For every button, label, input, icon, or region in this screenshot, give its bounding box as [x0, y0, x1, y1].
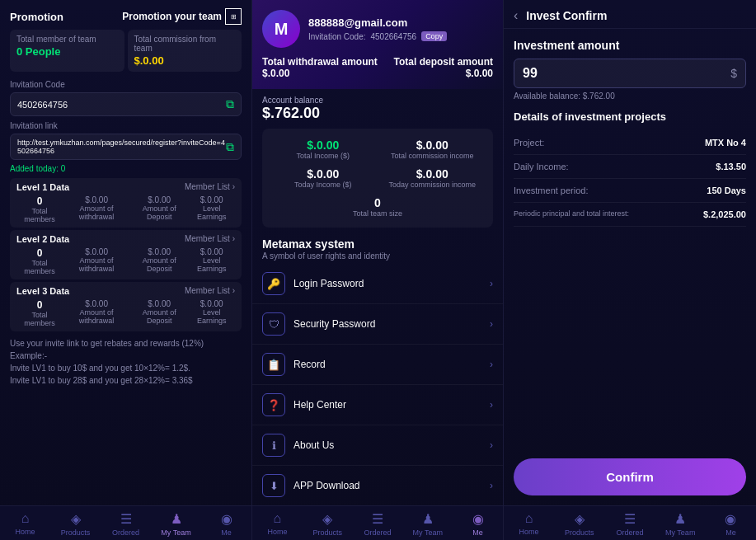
- income-cell-0: $.0.00 Total Income ($): [269, 135, 378, 163]
- income-cell-4: 0 Total team size: [269, 193, 486, 221]
- level-3-title: Level 3 Data: [16, 286, 69, 296]
- home-label-middle: Home: [267, 528, 287, 536]
- products-icon-left: ◈: [71, 511, 81, 527]
- home-icon-left: ⌂: [21, 511, 30, 526]
- nav-home-middle[interactable]: ⌂ Home: [252, 511, 303, 537]
- copy-link-icon[interactable]: ⧉: [226, 140, 234, 154]
- income-label-0: Total Income ($): [272, 152, 374, 160]
- account-balance-section: Account balance $.762.00: [252, 89, 503, 125]
- invitation-link-input: http://test.ymkuzhan.com/pages/secured/r…: [10, 134, 242, 160]
- right-panel: ‹ Invest Confirm Investment amount 99 $ …: [504, 0, 756, 540]
- menu-item-help-center[interactable]: ❓ Help Center ›: [252, 385, 503, 425]
- detail-val-project: MTX No 4: [705, 138, 746, 148]
- menu-label-about-us: About Us: [293, 439, 490, 451]
- myteam-icon-middle: ♟: [422, 511, 434, 527]
- income-cell-3: $.0.00 Today commission income: [378, 164, 487, 192]
- levels-scroll: Level 1 Data Member List › 0 Total membe…: [0, 176, 251, 505]
- amount-input-row[interactable]: 99 $: [514, 59, 746, 88]
- stat-members-label: Total member of team: [16, 35, 118, 44]
- confirm-button[interactable]: Confirm: [514, 458, 746, 495]
- l1-earnings: $.0.00: [188, 195, 235, 204]
- me-icon-left: ◉: [221, 511, 232, 527]
- back-button[interactable]: ‹: [514, 8, 518, 23]
- nav-ordered-right[interactable]: ☰ Ordered: [604, 511, 655, 537]
- added-today: Added today: 0: [0, 162, 251, 176]
- ordered-icon-right: ☰: [624, 511, 636, 527]
- invitation-link-value: http://test.ymkuzhan.com/pages/secured/r…: [17, 139, 226, 155]
- nav-me-left[interactable]: ◉ Me: [201, 511, 251, 537]
- level-3-member-list[interactable]: Member List ›: [185, 286, 235, 296]
- acc-bal-value: $.762.00: [262, 105, 493, 122]
- ordered-icon-middle: ☰: [372, 511, 383, 527]
- income-label-2: Today Income ($): [272, 181, 374, 189]
- menu-label-login-password: Login Password: [293, 278, 490, 289]
- myteam-label-middle: My Team: [413, 528, 443, 537]
- menu-item-record[interactable]: 📋 Record ›: [252, 345, 503, 385]
- level-1-member-list[interactable]: Member List ›: [185, 182, 235, 192]
- nav-ordered-left[interactable]: ☰ Ordered: [101, 511, 151, 537]
- me-label-left: Me: [221, 528, 232, 537]
- detail-key-daily: Daily Income:: [514, 162, 569, 171]
- invite-text-4: Invite LV1 to buy 28$ and you get 28×12%…: [10, 376, 193, 385]
- added-today-value: 0: [61, 164, 66, 173]
- l1-members: 0: [16, 195, 63, 207]
- profile-info: 888888@gmail.com Invitation Code: 450266…: [308, 16, 493, 41]
- products-icon-middle: ◈: [322, 511, 332, 527]
- stat-commission-label: Total commission from team: [134, 35, 236, 53]
- invest-title: Invest Confirm: [526, 9, 607, 22]
- promo-title: Promotion: [10, 11, 63, 23]
- stat-members-value: 0 People: [16, 45, 118, 58]
- income-val-2: $.0.00: [272, 167, 374, 181]
- home-icon-right: ⌂: [525, 511, 533, 526]
- nav-products-left[interactable]: ◈ Products: [50, 511, 101, 537]
- invitation-link-label: Invitation link: [0, 118, 251, 132]
- nav-me-middle[interactable]: ◉ Me: [453, 511, 503, 537]
- nav-products-right[interactable]: ◈ Products: [554, 511, 604, 537]
- middle-panel: M 888888@gmail.com Invitation Code: 4502…: [252, 0, 504, 540]
- l3-members: 0: [16, 299, 63, 311]
- l1-deposit: $.0.00: [130, 195, 188, 204]
- menu-item-about-us[interactable]: ℹ About Us ›: [252, 425, 503, 466]
- copy-code-icon[interactable]: ⧉: [226, 97, 234, 111]
- stat-box-commission: Total commission from team $.0.00: [128, 30, 242, 72]
- left-panel: Promotion Promotion your team ⊞ Total me…: [0, 0, 252, 540]
- level-2-member-list[interactable]: Member List ›: [185, 234, 235, 244]
- nav-myteam-middle[interactable]: ♟ My Team: [402, 511, 453, 537]
- level-2-title: Level 2 Data: [16, 234, 69, 244]
- withdrawal-label: Total withdrawal amount: [262, 56, 378, 68]
- menu-list: 🔑 Login Password › 🛡 Security Password ›…: [252, 264, 503, 505]
- copy-invite-btn[interactable]: Copy: [421, 31, 447, 41]
- avatar: M: [262, 10, 300, 48]
- home-label-left: Home: [15, 528, 35, 536]
- chevron-app-download: ›: [490, 480, 493, 491]
- invest-content: Investment amount 99 $ Available balance…: [504, 29, 756, 249]
- invest-header: ‹ Invest Confirm: [504, 0, 756, 29]
- nav-myteam-left[interactable]: ♟ My Team: [151, 511, 201, 537]
- l3-deposit: $.0.00: [130, 299, 188, 308]
- menu-item-security-password[interactable]: 🛡 Security Password ›: [252, 304, 503, 345]
- qr-icon[interactable]: ⊞: [225, 8, 242, 25]
- income-grid: $.0.00 Total Income ($) $.0.00 Total com…: [262, 129, 493, 228]
- nav-me-right[interactable]: ◉ Me: [706, 511, 756, 537]
- products-icon-right: ◈: [575, 511, 585, 527]
- myteam-label-right: My Team: [665, 528, 695, 537]
- profile-top: M 888888@gmail.com Invitation Code: 4502…: [262, 10, 493, 48]
- menu-item-login-password[interactable]: 🔑 Login Password ›: [252, 264, 503, 304]
- nav-home-right[interactable]: ⌂ Home: [504, 511, 554, 537]
- nav-myteam-right[interactable]: ♟ My Team: [655, 511, 706, 537]
- deposit-label: Total deposit amount: [394, 56, 493, 68]
- invite-text-3: Invite LV1 to buy 10$ and you get 10×12%…: [10, 364, 190, 373]
- l2-withdrawal: $.0.00: [63, 247, 130, 256]
- nav-products-middle[interactable]: ◈ Products: [303, 511, 353, 537]
- menu-label-security-password: Security Password: [293, 318, 490, 330]
- l3-earnings: $.0.00: [188, 299, 235, 308]
- income-label-1: Total commission income: [382, 152, 484, 160]
- menu-item-app-download[interactable]: ⬇ APP Download ›: [252, 466, 503, 505]
- nav-home-left[interactable]: ⌂ Home: [0, 511, 50, 537]
- detail-row-project: Project: MTX No 4: [514, 131, 746, 155]
- nav-ordered-middle[interactable]: ☰ Ordered: [353, 511, 403, 537]
- metamax-title: Metamax system: [262, 237, 493, 251]
- myteam-icon-left: ♟: [171, 511, 182, 527]
- income-cell-2: $.0.00 Today Income ($): [269, 164, 378, 192]
- profile-header: M 888888@gmail.com Invitation Code: 4502…: [252, 0, 503, 89]
